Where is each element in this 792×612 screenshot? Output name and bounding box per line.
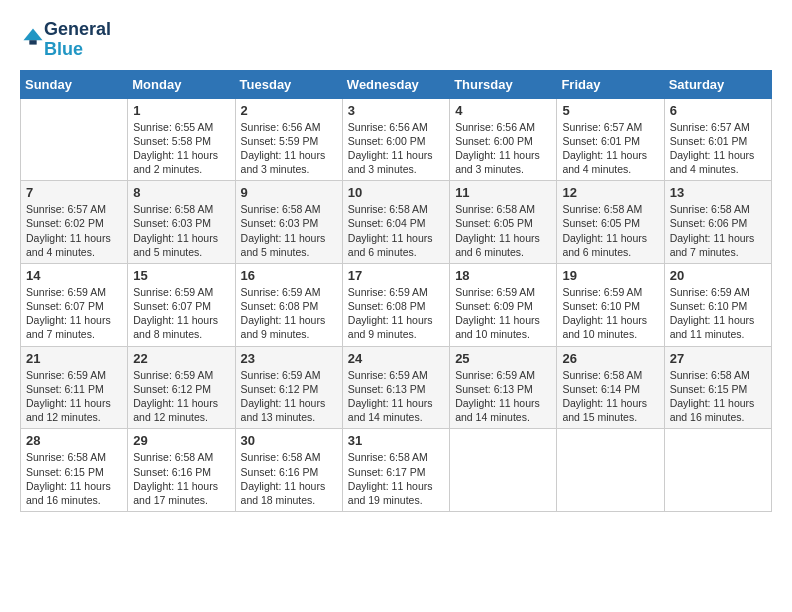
day-number: 7 <box>26 185 122 200</box>
calendar-cell: 24Sunrise: 6:59 AMSunset: 6:13 PMDayligh… <box>342 346 449 429</box>
cell-content: Sunrise: 6:57 AMSunset: 6:01 PMDaylight:… <box>562 120 658 177</box>
calendar-cell: 4Sunrise: 6:56 AMSunset: 6:00 PMDaylight… <box>450 98 557 181</box>
header-row: SundayMondayTuesdayWednesdayThursdayFrid… <box>21 70 772 98</box>
calendar-cell: 30Sunrise: 6:58 AMSunset: 6:16 PMDayligh… <box>235 429 342 512</box>
calendar-cell <box>21 98 128 181</box>
calendar-cell: 16Sunrise: 6:59 AMSunset: 6:08 PMDayligh… <box>235 263 342 346</box>
cell-content: Sunrise: 6:59 AMSunset: 6:13 PMDaylight:… <box>348 368 444 425</box>
calendar-cell: 25Sunrise: 6:59 AMSunset: 6:13 PMDayligh… <box>450 346 557 429</box>
cell-content: Sunrise: 6:58 AMSunset: 6:14 PMDaylight:… <box>562 368 658 425</box>
calendar-cell: 22Sunrise: 6:59 AMSunset: 6:12 PMDayligh… <box>128 346 235 429</box>
calendar-cell: 7Sunrise: 6:57 AMSunset: 6:02 PMDaylight… <box>21 181 128 264</box>
cell-content: Sunrise: 6:59 AMSunset: 6:13 PMDaylight:… <box>455 368 551 425</box>
cell-content: Sunrise: 6:56 AMSunset: 6:00 PMDaylight:… <box>348 120 444 177</box>
day-number: 31 <box>348 433 444 448</box>
day-number: 2 <box>241 103 337 118</box>
day-number: 4 <box>455 103 551 118</box>
cell-content: Sunrise: 6:58 AMSunset: 6:16 PMDaylight:… <box>241 450 337 507</box>
cell-content: Sunrise: 6:58 AMSunset: 6:03 PMDaylight:… <box>241 202 337 259</box>
calendar-cell: 15Sunrise: 6:59 AMSunset: 6:07 PMDayligh… <box>128 263 235 346</box>
day-number: 23 <box>241 351 337 366</box>
cell-content: Sunrise: 6:59 AMSunset: 6:09 PMDaylight:… <box>455 285 551 342</box>
calendar-table: SundayMondayTuesdayWednesdayThursdayFrid… <box>20 70 772 512</box>
calendar-cell: 11Sunrise: 6:58 AMSunset: 6:05 PMDayligh… <box>450 181 557 264</box>
calendar-cell: 14Sunrise: 6:59 AMSunset: 6:07 PMDayligh… <box>21 263 128 346</box>
header-cell-monday: Monday <box>128 70 235 98</box>
day-number: 11 <box>455 185 551 200</box>
cell-content: Sunrise: 6:58 AMSunset: 6:05 PMDaylight:… <box>562 202 658 259</box>
header-cell-sunday: Sunday <box>21 70 128 98</box>
cell-content: Sunrise: 6:58 AMSunset: 6:17 PMDaylight:… <box>348 450 444 507</box>
day-number: 25 <box>455 351 551 366</box>
header-cell-friday: Friday <box>557 70 664 98</box>
day-number: 10 <box>348 185 444 200</box>
day-number: 26 <box>562 351 658 366</box>
calendar-cell: 26Sunrise: 6:58 AMSunset: 6:14 PMDayligh… <box>557 346 664 429</box>
day-number: 18 <box>455 268 551 283</box>
header-cell-saturday: Saturday <box>664 70 771 98</box>
week-row-4: 21Sunrise: 6:59 AMSunset: 6:11 PMDayligh… <box>21 346 772 429</box>
logo: GeneralBlue <box>20 20 111 60</box>
calendar-cell: 18Sunrise: 6:59 AMSunset: 6:09 PMDayligh… <box>450 263 557 346</box>
calendar-cell <box>557 429 664 512</box>
cell-content: Sunrise: 6:59 AMSunset: 6:07 PMDaylight:… <box>26 285 122 342</box>
calendar-cell: 10Sunrise: 6:58 AMSunset: 6:04 PMDayligh… <box>342 181 449 264</box>
day-number: 6 <box>670 103 766 118</box>
day-number: 12 <box>562 185 658 200</box>
day-number: 21 <box>26 351 122 366</box>
day-number: 1 <box>133 103 229 118</box>
day-number: 27 <box>670 351 766 366</box>
cell-content: Sunrise: 6:56 AMSunset: 5:59 PMDaylight:… <box>241 120 337 177</box>
calendar-cell: 21Sunrise: 6:59 AMSunset: 6:11 PMDayligh… <box>21 346 128 429</box>
calendar-cell: 19Sunrise: 6:59 AMSunset: 6:10 PMDayligh… <box>557 263 664 346</box>
day-number: 30 <box>241 433 337 448</box>
calendar-cell: 12Sunrise: 6:58 AMSunset: 6:05 PMDayligh… <box>557 181 664 264</box>
cell-content: Sunrise: 6:59 AMSunset: 6:11 PMDaylight:… <box>26 368 122 425</box>
cell-content: Sunrise: 6:59 AMSunset: 6:07 PMDaylight:… <box>133 285 229 342</box>
cell-content: Sunrise: 6:55 AMSunset: 5:58 PMDaylight:… <box>133 120 229 177</box>
week-row-1: 1Sunrise: 6:55 AMSunset: 5:58 PMDaylight… <box>21 98 772 181</box>
cell-content: Sunrise: 6:59 AMSunset: 6:12 PMDaylight:… <box>133 368 229 425</box>
day-number: 5 <box>562 103 658 118</box>
day-number: 19 <box>562 268 658 283</box>
calendar-cell <box>664 429 771 512</box>
calendar-cell: 23Sunrise: 6:59 AMSunset: 6:12 PMDayligh… <box>235 346 342 429</box>
cell-content: Sunrise: 6:58 AMSunset: 6:16 PMDaylight:… <box>133 450 229 507</box>
day-number: 29 <box>133 433 229 448</box>
header-cell-tuesday: Tuesday <box>235 70 342 98</box>
calendar-cell: 17Sunrise: 6:59 AMSunset: 6:08 PMDayligh… <box>342 263 449 346</box>
day-number: 8 <box>133 185 229 200</box>
calendar-cell: 5Sunrise: 6:57 AMSunset: 6:01 PMDaylight… <box>557 98 664 181</box>
day-number: 14 <box>26 268 122 283</box>
logo-icon <box>22 27 44 49</box>
calendar-cell <box>450 429 557 512</box>
day-number: 9 <box>241 185 337 200</box>
day-number: 17 <box>348 268 444 283</box>
day-number: 28 <box>26 433 122 448</box>
calendar-cell: 1Sunrise: 6:55 AMSunset: 5:58 PMDaylight… <box>128 98 235 181</box>
header-cell-wednesday: Wednesday <box>342 70 449 98</box>
cell-content: Sunrise: 6:57 AMSunset: 6:02 PMDaylight:… <box>26 202 122 259</box>
day-number: 13 <box>670 185 766 200</box>
svg-marker-0 <box>23 28 42 40</box>
cell-content: Sunrise: 6:58 AMSunset: 6:15 PMDaylight:… <box>670 368 766 425</box>
calendar-cell: 2Sunrise: 6:56 AMSunset: 5:59 PMDaylight… <box>235 98 342 181</box>
cell-content: Sunrise: 6:59 AMSunset: 6:12 PMDaylight:… <box>241 368 337 425</box>
calendar-cell: 28Sunrise: 6:58 AMSunset: 6:15 PMDayligh… <box>21 429 128 512</box>
week-row-5: 28Sunrise: 6:58 AMSunset: 6:15 PMDayligh… <box>21 429 772 512</box>
cell-content: Sunrise: 6:57 AMSunset: 6:01 PMDaylight:… <box>670 120 766 177</box>
calendar-cell: 9Sunrise: 6:58 AMSunset: 6:03 PMDaylight… <box>235 181 342 264</box>
page-header: GeneralBlue <box>20 20 772 60</box>
cell-content: Sunrise: 6:59 AMSunset: 6:10 PMDaylight:… <box>670 285 766 342</box>
cell-content: Sunrise: 6:59 AMSunset: 6:08 PMDaylight:… <box>241 285 337 342</box>
cell-content: Sunrise: 6:58 AMSunset: 6:03 PMDaylight:… <box>133 202 229 259</box>
week-row-3: 14Sunrise: 6:59 AMSunset: 6:07 PMDayligh… <box>21 263 772 346</box>
cell-content: Sunrise: 6:59 AMSunset: 6:10 PMDaylight:… <box>562 285 658 342</box>
svg-rect-1 <box>29 40 36 44</box>
logo-text: GeneralBlue <box>44 20 111 60</box>
calendar-body: 1Sunrise: 6:55 AMSunset: 5:58 PMDaylight… <box>21 98 772 511</box>
calendar-cell: 8Sunrise: 6:58 AMSunset: 6:03 PMDaylight… <box>128 181 235 264</box>
calendar-cell: 3Sunrise: 6:56 AMSunset: 6:00 PMDaylight… <box>342 98 449 181</box>
day-number: 24 <box>348 351 444 366</box>
cell-content: Sunrise: 6:58 AMSunset: 6:05 PMDaylight:… <box>455 202 551 259</box>
